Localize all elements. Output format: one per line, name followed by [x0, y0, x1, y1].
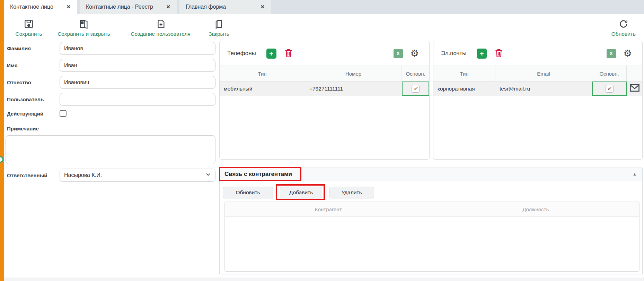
- column-header[interactable]: Контрагент: [225, 202, 432, 216]
- create-user-icon: [156, 19, 166, 29]
- tab-bar: Контактное лицо ✕ Контактные лица - Реес…: [0, 0, 644, 14]
- collapse-icon[interactable]: ▲: [633, 172, 637, 177]
- contact-form: Фамилия Имя Отчество Пользователь Действ…: [0, 42, 218, 236]
- left-accent-bar: [0, 0, 4, 281]
- email-main-cell: ✔: [592, 82, 627, 96]
- close-door-icon: [214, 19, 224, 29]
- refresh-button[interactable]: Обновить: [610, 18, 637, 38]
- create-user-label: Создание пользователя: [131, 31, 190, 37]
- responsible-select[interactable]: Насырова К.И.: [60, 169, 215, 182]
- emails-header: Эл.почты + X ⚙: [433, 41, 642, 66]
- phone-type-cell: мобильный: [220, 82, 305, 96]
- contractors-delete-button[interactable]: Удалить: [329, 187, 374, 198]
- save-and-close-icon: [79, 19, 89, 29]
- tab-main-form[interactable]: Главная форма ✕: [179, 0, 271, 14]
- column-header[interactable]: Должность: [432, 202, 639, 216]
- phones-panel: Телефоны + X ⚙ Тип Номер Основн.: [219, 41, 430, 160]
- firstname-label: Имя: [7, 62, 60, 68]
- refresh-label: Обновить: [611, 31, 636, 37]
- lastname-label: Фамилия: [7, 45, 60, 51]
- excel-icon: X: [610, 51, 613, 56]
- gear-icon[interactable]: ⚙: [411, 49, 419, 58]
- middlename-label: Отчество: [7, 79, 60, 85]
- plus-icon: +: [269, 50, 273, 58]
- toolbar-right-group: Обновить: [610, 18, 637, 38]
- phone-table-row[interactable]: мобильный +79271111111 ✔: [220, 82, 429, 96]
- active-label: Действующий: [7, 111, 60, 117]
- note-textarea[interactable]: [6, 135, 215, 164]
- close-icon[interactable]: ✕: [166, 4, 170, 10]
- check-icon: ✔: [414, 86, 417, 91]
- tab-label: Контактное лицо: [10, 4, 53, 10]
- column-header[interactable]: Основн.: [592, 66, 627, 81]
- delete-email-button[interactable]: [494, 48, 503, 59]
- lastname-input[interactable]: [60, 42, 215, 55]
- close-icon[interactable]: ✕: [260, 4, 265, 10]
- user-label: Пользователь: [7, 96, 60, 102]
- refresh-icon: [618, 19, 629, 29]
- toolbar-left-group: Сохранить Сохранить и закрыть: [11, 18, 233, 38]
- send-email-cell[interactable]: [627, 82, 642, 96]
- active-row: Действующий: [7, 110, 215, 117]
- user-row: Пользователь: [7, 93, 215, 106]
- contractors-title: Связь с контрагентами: [224, 171, 292, 178]
- column-header[interactable]: Номер: [305, 66, 402, 81]
- lastname-row: Фамилия: [7, 42, 215, 55]
- gear-icon[interactable]: ⚙: [624, 49, 632, 58]
- column-header[interactable]: Тип: [220, 66, 305, 81]
- close-button[interactable]: Закрыть: [204, 18, 233, 38]
- save-and-close-label: Сохранить и закрыть: [58, 31, 110, 37]
- contractors-table-header: Контрагент Должность: [225, 202, 639, 217]
- toolbar: Сохранить Сохранить и закрыть: [4, 14, 644, 42]
- contractors-panel: Связь с контрагентами ▲ Обновить Добавит…: [219, 168, 643, 274]
- column-header-actions: [627, 66, 642, 81]
- contractors-table-body: [225, 217, 639, 272]
- close-label: Закрыть: [209, 31, 229, 37]
- contractors-refresh-button[interactable]: Обновить: [223, 187, 273, 198]
- firstname-input[interactable]: [60, 59, 215, 72]
- main-email-checkbox[interactable]: ✔: [606, 85, 614, 93]
- plus-icon: +: [480, 50, 484, 58]
- trash-icon: [284, 54, 293, 59]
- phone-number-cell: +79271111111: [305, 82, 402, 96]
- export-emails-excel-button[interactable]: X: [607, 49, 616, 58]
- add-phone-button[interactable]: +: [266, 49, 276, 59]
- active-checkbox[interactable]: [60, 110, 67, 117]
- main-phone-checkbox[interactable]: ✔: [412, 85, 420, 93]
- delete-phone-button[interactable]: [284, 48, 293, 59]
- trash-icon: [494, 54, 503, 59]
- tab-label: Главная форма: [186, 4, 226, 10]
- responsible-value: Насырова К.И.: [64, 172, 102, 178]
- tab-label: Контактные лица - Реестр: [86, 4, 153, 10]
- tab-contact-person[interactable]: Контактное лицо ✕: [4, 0, 77, 14]
- responsible-row: Ответственный Насырова К.И.: [7, 169, 215, 182]
- contractors-table: Контрагент Должность: [224, 202, 639, 272]
- contractors-collapse-header[interactable]: Связь с контрагентами ▲: [220, 168, 642, 180]
- save-button[interactable]: Сохранить: [11, 18, 46, 38]
- middlename-input[interactable]: [60, 76, 215, 89]
- export-phones-excel-button[interactable]: X: [394, 49, 403, 58]
- column-header[interactable]: Основн.: [402, 66, 429, 81]
- add-email-button[interactable]: +: [477, 49, 487, 59]
- save-and-close-button[interactable]: Сохранить и закрыть: [51, 18, 117, 38]
- firstname-row: Имя: [7, 59, 215, 72]
- bottom-strip: [4, 278, 644, 281]
- email-table-row[interactable]: корпоративная tesr@mail.ru ✔: [433, 82, 642, 96]
- phones-table-header: Тип Номер Основн.: [220, 66, 429, 82]
- save-label: Сохранить: [15, 31, 42, 37]
- phones-title: Телефоны: [227, 50, 256, 57]
- user-input[interactable]: [60, 93, 215, 106]
- email-type-cell: корпоративная: [433, 82, 495, 96]
- responsible-label: Ответственный: [7, 172, 60, 178]
- excel-icon: X: [397, 51, 400, 56]
- email-address-cell: tesr@mail.ru: [495, 82, 592, 96]
- tab-contacts-registry[interactable]: Контактные лица - Реестр ✕: [80, 0, 177, 14]
- column-header[interactable]: Email: [495, 66, 592, 81]
- create-user-button[interactable]: Создание пользователя: [122, 18, 200, 38]
- close-icon[interactable]: ✕: [66, 4, 71, 10]
- contractors-toolbar: Обновить Добавить Удалить: [220, 180, 642, 198]
- check-icon: ✔: [608, 86, 611, 91]
- column-header[interactable]: Тип: [433, 66, 495, 81]
- contractors-add-button[interactable]: Добавить: [280, 187, 322, 198]
- note-label: Примечание: [7, 126, 39, 131]
